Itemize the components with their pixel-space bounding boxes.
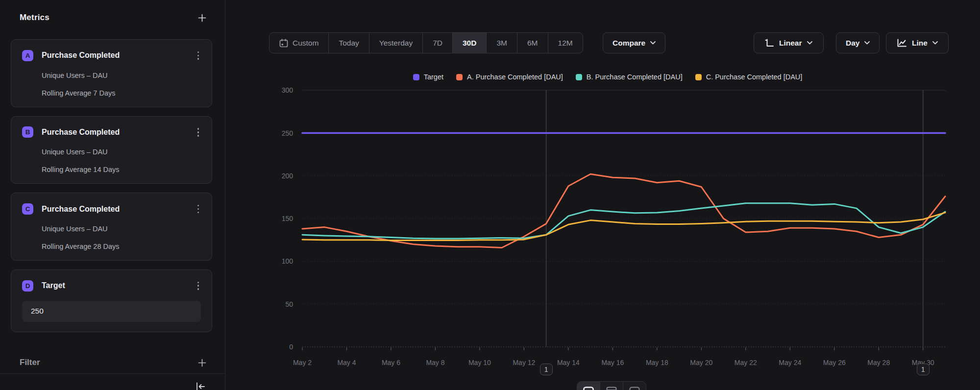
calendar-icon [279, 39, 288, 48]
series-line-c [302, 213, 945, 241]
view-metric-button[interactable] [623, 382, 646, 390]
card-view-icon [583, 387, 594, 390]
x-axis-label: May 20 [690, 359, 712, 366]
x-axis-label: May 10 [468, 359, 491, 366]
metric-title: Purchase Completed [42, 128, 196, 137]
metric-card-c[interactable]: CPurchase CompletedUnique Users – DAURol… [11, 193, 212, 261]
x-axis-label: May 4 [337, 359, 356, 366]
interval-label: Day [846, 39, 859, 48]
metrics-sidebar: Metrics APurchase CompletedUnique Users … [0, 0, 225, 390]
interval-selector-button[interactable]: Day [836, 32, 880, 53]
collapse-left-icon [195, 382, 206, 390]
metric-measure-row: Unique Users – DAU [42, 148, 201, 156]
x-axis-label: May 22 [735, 359, 757, 366]
kebab-menu-icon[interactable] [196, 126, 201, 139]
metric-view-icon [629, 387, 640, 390]
range-option-label: 30D [463, 39, 476, 48]
legend-item-b[interactable]: B. Purchase Completed [DAU] [576, 73, 683, 81]
view-table-button[interactable] [600, 382, 623, 390]
metric-badge: C [22, 203, 33, 215]
x-axis-label: May 16 [601, 359, 624, 366]
metric-transform-row: Rolling Average 14 Days [42, 166, 201, 173]
legend-swatch [576, 74, 582, 80]
range-option-custom[interactable]: Custom [270, 33, 329, 53]
view-chart-button[interactable] [577, 382, 600, 390]
metric-card-header: CPurchase Completed [22, 203, 201, 215]
compare-button[interactable]: Compare [603, 32, 665, 53]
add-metric-button[interactable] [198, 14, 206, 22]
kebab-menu-icon[interactable] [196, 203, 201, 215]
legend-label: Target [424, 73, 443, 81]
kebab-menu-icon[interactable] [196, 280, 201, 292]
metric-title: Purchase Completed [42, 51, 196, 60]
line-chart-icon [897, 39, 907, 48]
add-filter-button[interactable] [198, 359, 206, 367]
x-axis-label: May 28 [867, 359, 890, 366]
range-option-3m[interactable]: 3M [487, 33, 517, 53]
filter-label: Filter [20, 358, 40, 367]
series-line-a [302, 174, 945, 247]
metric-card-header: BPurchase Completed [22, 126, 201, 139]
range-option-label: Yesterday [379, 39, 413, 48]
annotation-badge[interactable]: 1 [917, 364, 930, 375]
app-root: { "colors": { "background": "#161619", "… [0, 0, 980, 390]
target-card-title: Target [42, 281, 196, 290]
date-range-selector: CustomTodayYesterday7D30D3M6M12M [269, 32, 583, 53]
filter-section-header: Filter [20, 358, 206, 367]
y-axis-label: 0 [289, 343, 293, 351]
range-option-label: 12M [558, 39, 573, 48]
range-option-6m[interactable]: 6M [517, 33, 548, 53]
metric-badge-d: D [22, 280, 33, 292]
annotation-badge[interactable]: 1 [540, 364, 553, 375]
range-option-today[interactable]: Today [329, 33, 369, 53]
legend-item-c[interactable]: C. Purchase Completed [DAU] [695, 73, 803, 81]
chart-legend: TargetA. Purchase Completed [DAU]B. Purc… [294, 73, 921, 81]
range-option-label: 3M [496, 39, 507, 48]
x-axis-label: May 6 [382, 359, 400, 366]
target-card[interactable]: D Target [11, 269, 212, 332]
legend-swatch [413, 74, 419, 80]
range-option-label: Today [339, 39, 359, 48]
kebab-menu-icon[interactable] [196, 49, 201, 62]
chevron-down-icon [650, 41, 656, 45]
x-axis-label: May 14 [557, 359, 580, 366]
range-option-label: 6M [527, 39, 538, 48]
series-line-b [302, 203, 945, 239]
scale-selector-button[interactable]: Linear [754, 32, 824, 53]
y-axis-label: 200 [282, 172, 294, 180]
x-axis-label: May 26 [823, 359, 846, 366]
x-axis-label: May 24 [779, 359, 801, 366]
chart-type-label: Line [912, 39, 928, 48]
range-option-7d[interactable]: 7D [423, 33, 453, 53]
legend-label: B. Purchase Completed [DAU] [587, 73, 683, 81]
scale-label: Linear [779, 39, 802, 48]
range-option-yesterday[interactable]: Yesterday [369, 33, 423, 53]
metric-badge: A [22, 50, 33, 61]
target-card-header: D Target [22, 280, 201, 292]
bottom-view-switcher [577, 381, 646, 390]
sidebar-header: Metrics [20, 13, 206, 23]
legend-swatch [456, 74, 463, 80]
range-option-12m[interactable]: 12M [548, 33, 583, 53]
metric-card-b[interactable]: BPurchase CompletedUnique Users – DAURol… [11, 116, 212, 184]
target-value-input[interactable] [22, 301, 201, 322]
compare-label: Compare [612, 39, 645, 48]
y-axis-label: 250 [282, 129, 294, 137]
chevron-down-icon [932, 41, 938, 45]
y-axis-label: 300 [282, 86, 294, 94]
sidebar-divider [0, 373, 225, 374]
plus-icon [198, 14, 206, 22]
chart-type-button[interactable]: Line [886, 32, 949, 53]
legend-label: A. Purchase Completed [DAU] [467, 73, 563, 81]
metric-cards: APurchase CompletedUnique Users – DAURol… [11, 39, 212, 261]
sidebar-title: Metrics [20, 13, 49, 23]
metric-card-a[interactable]: APurchase CompletedUnique Users – DAURol… [11, 39, 212, 107]
metric-measure-row: Unique Users – DAU [42, 72, 201, 79]
legend-label: C. Purchase Completed [DAU] [706, 73, 803, 81]
legend-item-a[interactable]: A. Purchase Completed [DAU] [456, 73, 563, 81]
legend-item-t[interactable]: Target [413, 73, 443, 81]
metric-transform-row: Rolling Average 7 Days [42, 89, 201, 97]
range-option-30d[interactable]: 30D [453, 33, 487, 53]
collapse-sidebar-button[interactable] [195, 382, 206, 390]
y-axis-label: 100 [282, 257, 294, 265]
